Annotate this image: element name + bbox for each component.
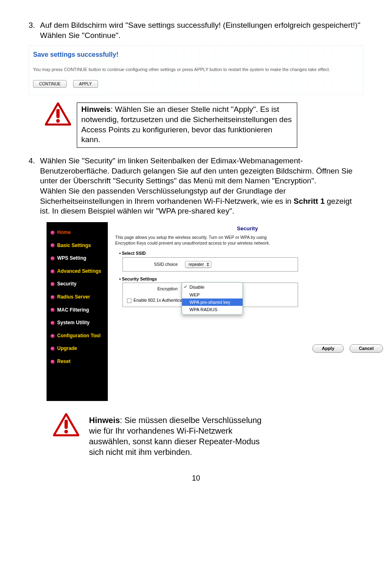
encryption-option-disable[interactable]: Disable [182,283,243,291]
sidebar-item-system-utility[interactable]: System Utility [50,316,105,330]
cancel-button-security[interactable]: Cancel [350,344,383,352]
sidebar-item-basic-settings[interactable]: Basic Settings [50,239,105,252]
hinweis-1-text: : Wählen Sie an dieser Stelle nicht "App… [81,105,292,144]
warning-icon [45,102,71,126]
bullet-icon [51,295,55,299]
security-title: Security [115,225,380,232]
sidebar-item-label: Configuration Tool [57,333,100,339]
sidebar-item-label: MAC Filtering [57,307,89,314]
select-ssid-label: Select SSID [119,251,380,256]
bullet-icon [51,231,55,235]
sidebar-item-label: Home [57,229,71,236]
save-settings-title: Save settings successfully! [33,51,359,59]
step-4: 4. Wählen Sie "Security" im linken Seite… [29,156,363,216]
bullet-icon [51,308,55,312]
sidebar-item-advanced-settings[interactable]: Advanced Settings [50,265,105,278]
step-3: 3. Auf dem Bildschirm wird "Save setting… [29,20,363,40]
encryption-label: Encryption [124,284,181,294]
sidebar-item-label: Radius Server [57,294,90,301]
screenshot-security-page: HomeBasic SettingsWPS SettingAdvanced Se… [47,222,385,401]
step-3-text: Auf dem Bildschirm wird "Save settings s… [40,20,363,40]
bullet-icon [51,270,55,274]
step-4-text-a: Wählen Sie "Security" im linken Seitenba… [40,156,352,185]
sidebar-item-security[interactable]: Security [50,278,105,291]
sidebar-item-label: Security [57,281,76,287]
sidebar-item-label: Basic Settings [57,243,91,249]
hinweis-2-label: Hinweis [89,416,120,425]
bullet-icon [51,334,55,338]
encryption-option-wpa-radius[interactable]: WPA RADIUS [182,306,243,313]
bullet-icon [51,360,55,364]
sidebar-item-label: WPS Setting [57,255,86,262]
step-3-number: 3. [29,20,40,40]
warning-icon [53,413,79,437]
save-settings-text: You may press CONTINUE button to continu… [33,67,359,72]
continue-button[interactable]: CONTINUE [33,80,67,88]
security-settings-label: Security Settings [119,276,380,282]
hinweis-1: Hinweis: Wählen Sie an dieser Stelle nic… [45,102,363,148]
encryption-option-wep[interactable]: WEP [182,291,243,298]
ssid-table: SSID choice repeater [122,257,298,272]
screenshot-save-settings: Save settings successfully! You may pres… [29,45,363,95]
bullet-icon [51,256,55,261]
encryption-dropdown[interactable]: DisableWEPWPA pre-shared keyWPA RADIUS [182,282,243,314]
svg-point-6 [65,430,68,433]
svg-rect-5 [65,420,68,429]
apply-button-security[interactable]: Apply [312,344,344,352]
sidebar-item-upgrade[interactable]: Upgrade [50,342,105,355]
step-4-text-b: Wählen Sie den passenden Verschlüsselung… [40,187,294,205]
encryption-option-wpa-pre-shared-key[interactable]: WPA pre-shared key [182,298,243,306]
hinweis-2-box: Hinweis: Sie müssen dieselbe Verschlüsse… [85,413,273,460]
sidebar-item-label: System Utility [57,320,89,326]
sidebar-item-home[interactable]: Home [50,226,105,239]
sidebar-item-label: Upgrade [57,345,77,352]
sidebar-item-radius-server[interactable]: Radius Server [50,291,105,304]
sidebar-item-configuration-tool[interactable]: Configuration Tool [50,330,105,343]
enable-auth-checkbox[interactable] [127,298,131,303]
bullet-icon [51,243,55,247]
security-desc: This page allows you setup the wireless … [115,235,287,246]
step-4-number: 4. [29,156,40,216]
sidebar-item-reset[interactable]: Reset [50,355,105,368]
bullet-icon [51,282,55,286]
hinweis-1-label: Hinweis [81,105,111,114]
page-number: 10 [29,474,363,483]
sidebar-item-mac-filtering[interactable]: MAC Filtering [50,304,105,317]
enable-auth-label: Enable 802.1x Authentica [134,298,182,303]
bullet-icon [51,321,55,325]
sidebar-item-wps-setting[interactable]: WPS Setting [50,252,105,265]
sidebar: HomeBasic SettingsWPS SettingAdvanced Se… [47,222,108,401]
step-4-schritt: Schritt 1 [294,197,325,205]
hinweis-1-box: Hinweis: Wählen Sie an dieser Stelle nic… [77,102,297,148]
bullet-icon [51,347,55,351]
sidebar-item-label: Reset [57,359,71,365]
svg-point-3 [56,119,60,123]
security-main: Security This page allows you setup the … [108,222,385,401]
ssid-choice-label: SSID choice [124,258,181,270]
svg-rect-2 [56,109,60,118]
hinweis-2: Hinweis: Sie müssen dieselbe Verschlüsse… [53,413,363,460]
ssid-select[interactable]: repeater [185,261,212,268]
encryption-table: Encryption DisableWEPWPA pre-shared keyW… [122,283,298,307]
sidebar-item-label: Advanced Settings [57,268,101,275]
step-4-body: Wählen Sie "Security" im linken Seitenba… [40,156,363,216]
apply-button[interactable]: APPLY [73,80,98,88]
